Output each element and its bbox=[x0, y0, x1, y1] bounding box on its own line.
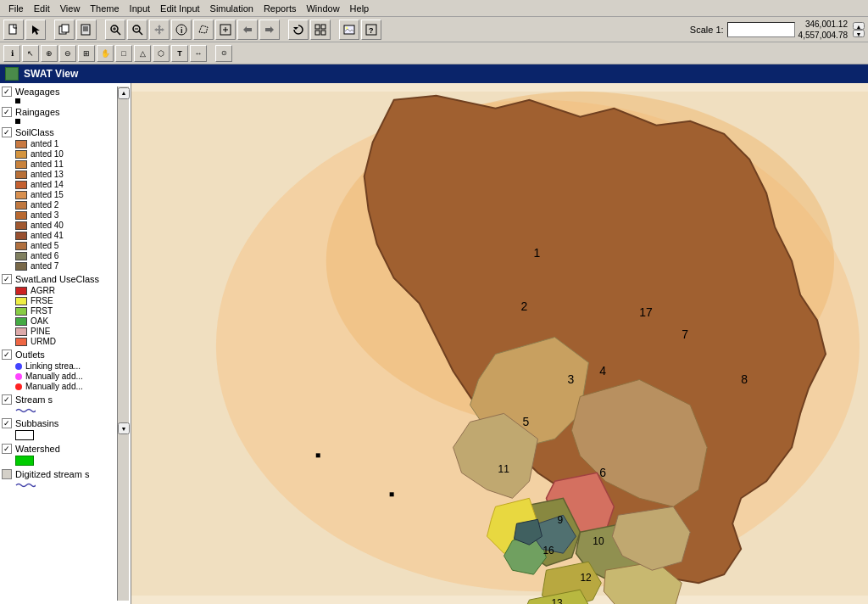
map-svg: 1 2 3 4 5 6 7 8 9 10 11 12 13 14 15 16 1… bbox=[131, 83, 868, 604]
svg-text:3: 3 bbox=[567, 372, 574, 386]
svg-text:11: 11 bbox=[498, 463, 510, 475]
legend-watershed-swatch bbox=[15, 456, 34, 466]
ls-pine bbox=[15, 327, 27, 336]
tb2-text[interactable]: T bbox=[171, 45, 188, 62]
tb2-draw1[interactable]: △ bbox=[134, 45, 151, 62]
menu-window[interactable]: Window bbox=[301, 3, 344, 14]
ls-anted10 bbox=[15, 150, 27, 159]
legend-weagages-checkbox[interactable]: ✓ bbox=[2, 87, 12, 97]
svg-line-9 bbox=[117, 31, 120, 35]
legend-streams: ✓ Stream s bbox=[2, 394, 129, 415]
menu-theme[interactable]: Theme bbox=[85, 3, 124, 14]
tb-refresh[interactable] bbox=[288, 20, 309, 40]
scale-bar: Scale 1: 346,001.12 4,557,004.78 ▲ ▼ bbox=[690, 19, 865, 41]
svg-text:8: 8 bbox=[741, 372, 748, 386]
ls-anted6 bbox=[15, 252, 27, 260]
legend-scroll-down[interactable]: ▼ bbox=[118, 422, 130, 434]
tb2-zoom-full[interactable]: ⊞ bbox=[78, 45, 95, 62]
legend-swatland-checkbox[interactable]: ✓ bbox=[2, 274, 12, 284]
ls-frst bbox=[15, 307, 27, 316]
tb-pointer[interactable] bbox=[25, 20, 46, 40]
menu-reports[interactable]: Reports bbox=[259, 3, 302, 14]
toolbar1: i ? Scale 1: 346,001.12 4,557,004.78 ▲ ▼ bbox=[0, 17, 868, 42]
legend-subbasins-checkbox[interactable]: ✓ bbox=[2, 418, 12, 428]
legend-swatland-title: SwatLand UseClass bbox=[15, 274, 99, 284]
legend-digitized-title: Digitized stream s bbox=[15, 469, 89, 479]
svg-marker-22 bbox=[293, 27, 298, 30]
tb-copy2[interactable] bbox=[76, 20, 97, 40]
legend-streams-checkbox[interactable]: ✓ bbox=[2, 394, 12, 405]
svg-text:12: 12 bbox=[580, 572, 592, 584]
menu-input[interactable]: Input bbox=[125, 3, 155, 14]
tb-help[interactable]: ? bbox=[361, 20, 381, 40]
tb2-draw2[interactable]: ⬡ bbox=[153, 45, 170, 62]
tb-zoom-back[interactable] bbox=[237, 20, 258, 40]
tb-copy1[interactable] bbox=[54, 20, 75, 40]
svg-text:16: 16 bbox=[542, 545, 554, 556]
tb-zoom-fwd[interactable] bbox=[259, 20, 280, 40]
legend-soilclass-checkbox[interactable]: ✓ bbox=[2, 127, 12, 137]
legend-watershed-title: Watershed bbox=[15, 444, 60, 454]
svg-rect-23 bbox=[315, 25, 320, 29]
ls-anted41 bbox=[15, 232, 27, 240]
legend-raingages-dot bbox=[15, 119, 20, 124]
map-area[interactable]: 1 2 3 4 5 6 7 8 9 10 11 12 13 14 15 16 1… bbox=[131, 83, 868, 604]
swat-icon bbox=[5, 67, 19, 81]
legend-digitized-checkbox[interactable] bbox=[2, 469, 12, 479]
legend-streams-title: Stream s bbox=[15, 394, 53, 405]
tb2-select2[interactable]: □ bbox=[115, 45, 132, 62]
coords-down[interactable]: ▼ bbox=[853, 30, 865, 37]
svg-text:17: 17 bbox=[639, 305, 653, 319]
ls-anted1 bbox=[15, 140, 27, 148]
ls-anted14 bbox=[15, 181, 27, 189]
legend-raingages: ✓ Raingages bbox=[2, 107, 129, 124]
tb2-pan2[interactable]: ✋ bbox=[97, 45, 114, 62]
ls-anted3 bbox=[15, 211, 27, 220]
scale-label: Scale 1: bbox=[690, 25, 724, 35]
svg-rect-24 bbox=[321, 25, 326, 29]
svg-rect-26 bbox=[321, 31, 326, 35]
svg-rect-4 bbox=[81, 25, 90, 35]
tb-full-extent[interactable] bbox=[215, 20, 236, 40]
legend-swatlanduseclass: ✓ SwatLand UseClass AGRR FRSE FRST OAK P… bbox=[2, 274, 129, 346]
legend-watershed-checkbox[interactable]: ✓ bbox=[2, 444, 12, 454]
legend-watershed: ✓ Watershed bbox=[2, 444, 129, 466]
tb-zoom-window[interactable] bbox=[105, 20, 125, 40]
svg-text:13: 13 bbox=[551, 597, 563, 604]
legend-digitized-streams: Digitized stream s bbox=[2, 469, 129, 489]
ls-anted11 bbox=[15, 160, 27, 169]
menu-view[interactable]: View bbox=[55, 3, 86, 14]
svg-text:1: 1 bbox=[533, 246, 540, 260]
svg-rect-0 bbox=[9, 25, 16, 34]
scale-input[interactable] bbox=[727, 22, 795, 37]
legend-scroll-up[interactable]: ▲ bbox=[118, 87, 130, 99]
menu-simulation[interactable]: Simulation bbox=[205, 3, 259, 14]
tb-zoom-out-btn[interactable] bbox=[127, 20, 147, 40]
tb-zoom-native[interactable] bbox=[310, 20, 331, 40]
menu-edit[interactable]: Edit bbox=[29, 3, 55, 14]
tb-select-poly[interactable] bbox=[193, 20, 214, 40]
tb2-extra[interactable]: ⊙ bbox=[215, 45, 232, 62]
tb2-arrow[interactable]: ↖ bbox=[22, 45, 39, 62]
tb2-info[interactable]: ℹ bbox=[3, 45, 20, 62]
coords-up[interactable]: ▲ bbox=[853, 22, 865, 30]
tb-identify[interactable]: i bbox=[171, 20, 192, 40]
tb2-pointer2[interactable]: ↔ bbox=[190, 45, 207, 62]
tb-image[interactable] bbox=[339, 20, 359, 40]
legend-outlets-checkbox[interactable]: ✓ bbox=[2, 350, 12, 360]
menu-file[interactable]: File bbox=[3, 3, 29, 14]
svg-marker-1 bbox=[32, 25, 40, 35]
legend-soilclass: ✓ SoilClass anted 1 anted 10 anted 11 an… bbox=[2, 127, 129, 271]
svg-line-13 bbox=[139, 31, 142, 35]
tb2-zoom-out2[interactable]: ⊖ bbox=[59, 45, 76, 62]
tb-pan[interactable] bbox=[149, 20, 170, 40]
legend-digitized-icon bbox=[15, 481, 36, 489]
menu-help[interactable]: Help bbox=[345, 3, 375, 14]
menu-edit-input[interactable]: Edit Input bbox=[155, 3, 204, 14]
svg-text:6: 6 bbox=[599, 466, 606, 479]
tb2-zoom-in2[interactable]: ⊕ bbox=[41, 45, 58, 62]
legend-raingages-checkbox[interactable]: ✓ bbox=[2, 107, 12, 117]
tb-new[interactable] bbox=[3, 20, 24, 40]
lo-manual1 bbox=[15, 373, 22, 380]
ls-agrr bbox=[15, 287, 27, 295]
